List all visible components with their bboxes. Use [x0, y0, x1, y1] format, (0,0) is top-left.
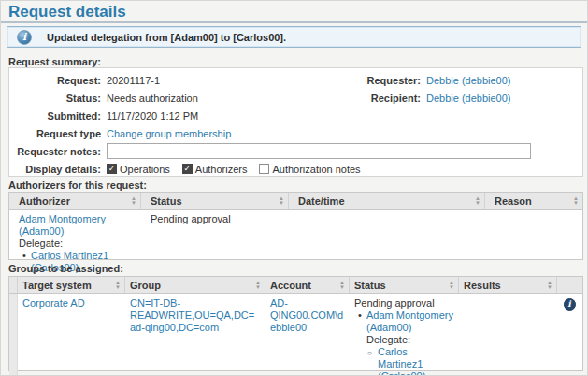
status-cell: Pending approval	[141, 210, 289, 277]
request-value: 20201117-1	[107, 75, 351, 86]
column-header-label: Account	[270, 280, 311, 291]
request-summary-heading: Request summary:	[8, 56, 101, 67]
group-table-row: Corporate AD CN=IT-DB-READWRITE,OU=QA,DC…	[9, 294, 582, 376]
submitted-value: 11/17/2020 1:12 PM	[107, 110, 351, 122]
checkbox-box[interactable]	[182, 164, 193, 174]
column-header-reason[interactable]: Reason	[485, 193, 582, 209]
info-icon: i	[17, 30, 32, 45]
column-header-account[interactable]: Account	[265, 277, 350, 293]
column-header-status[interactable]: Status	[141, 193, 289, 209]
authorization-notes-checkbox[interactable]: Authorization notes	[259, 164, 360, 175]
page-title: Request details	[8, 3, 126, 22]
column-header-label: Authorizer	[19, 195, 70, 207]
operations-checkbox[interactable]: Operations	[107, 164, 170, 175]
groups-table: Target system Group Account Status Resul…	[8, 276, 583, 371]
sort-icon[interactable]	[276, 196, 284, 205]
sort-icon[interactable]	[472, 196, 480, 205]
status-cell: Pending approval Adam Montgomery (Adam00…	[350, 294, 459, 376]
authorizer-list-item: Adam Montgomery (Adam00) Delegate: Carlo…	[354, 310, 453, 376]
display-details-label: Display details:	[9, 164, 107, 175]
authorizers-heading: Authorizers for this request:	[8, 180, 147, 191]
group-cell: CN=IT-DB-READWRITE,OU=QA,DC=ad-qing00,DC…	[125, 294, 265, 376]
groups-heading: Groups to be assigned:	[8, 263, 123, 274]
column-header-label: Target system	[22, 280, 92, 291]
sort-icon[interactable]	[252, 281, 261, 289]
submitted-label: Submitted:	[9, 110, 107, 122]
title-divider	[1, 21, 588, 23]
column-header-authorizer[interactable]: Authorizer	[9, 193, 141, 209]
delegate-list-item: Carlos Martinez1 (Carlos00)	[366, 346, 453, 376]
row-info-cell: i	[557, 294, 582, 376]
column-header-label: Group	[130, 280, 161, 291]
row-spacer-cell	[9, 294, 18, 376]
banner-message: Updated delegation from [Adam00] to [Car…	[47, 32, 286, 43]
checkbox-box[interactable]	[107, 164, 117, 174]
column-header-datetime[interactable]: Date/time	[289, 193, 485, 209]
checkbox-box[interactable]	[259, 164, 269, 174]
groups-table-header: Target system Group Account Status Resul…	[9, 277, 582, 294]
header-info-cell	[557, 277, 582, 293]
operations-checkbox-label: Operations	[120, 164, 170, 175]
requester-notes-input[interactable]	[107, 143, 531, 159]
delegate-label: Delegate:	[366, 334, 453, 346]
request-summary-box: Request: 20201117-1 Requester: Debbie (d…	[8, 67, 583, 177]
datetime-cell	[289, 210, 485, 277]
status-value: Needs authorization	[107, 93, 351, 104]
header-spacer-cell	[9, 277, 18, 293]
authorizer-link[interactable]: Adam Montgomery (Adam00)	[19, 213, 106, 237]
request-type-label: Request type	[9, 128, 107, 139]
request-details-page: Request details i Updated delegation fro…	[0, 0, 588, 376]
account-cell: AD-QING00.COM\debbie00	[265, 294, 350, 376]
recipient-link[interactable]: Debbie (debbie00)	[426, 93, 582, 104]
account-link[interactable]: AD-QING00.COM\debbie00	[270, 297, 343, 333]
column-header-label: Results	[464, 280, 501, 291]
authorizers-checkbox-label: Authorizers	[195, 164, 248, 175]
authorizers-checkbox[interactable]: Authorizers	[182, 164, 248, 175]
sort-icon[interactable]	[112, 281, 121, 289]
column-header-group[interactable]: Group	[125, 277, 265, 293]
info-banner: i Updated delegation from [Adam00] to [C…	[7, 26, 581, 48]
column-header-results[interactable]: Results	[459, 277, 557, 293]
authorizers-table-header: Authorizer Status Date/time Reason	[9, 193, 582, 210]
requester-label: Requester:	[351, 75, 426, 86]
info-icon[interactable]: i	[564, 298, 576, 311]
results-cell	[459, 294, 557, 376]
column-header-status[interactable]: Status	[350, 277, 459, 293]
column-header-label: Reason	[495, 195, 532, 207]
authorizers-table: Authorizer Status Date/time Reason Adam …	[8, 192, 583, 260]
status-text: Pending approval	[354, 297, 453, 310]
request-label: Request:	[9, 75, 107, 86]
request-type-link[interactable]: Change group membership	[107, 128, 351, 139]
reason-cell	[485, 210, 582, 277]
recipient-label: Recipient:	[351, 93, 426, 104]
delegate-label: Delegate:	[19, 238, 136, 250]
status-label: Status:	[9, 93, 107, 104]
sort-icon[interactable]	[128, 196, 136, 205]
requester-link[interactable]: Debbie (debbie00)	[426, 75, 582, 86]
group-dn-link[interactable]: CN=IT-DB-READWRITE,OU=QA,DC=ad-qing00,DC…	[130, 297, 254, 333]
sort-icon[interactable]	[337, 281, 345, 289]
requester-notes-label: Requester notes:	[9, 146, 107, 157]
delegate-link[interactable]: Carlos Martinez1 (Carlos00)	[378, 346, 425, 376]
authorizer-link[interactable]: Adam Montgomery (Adam00)	[366, 310, 453, 333]
column-header-target-system[interactable]: Target system	[18, 277, 125, 293]
column-header-label: Status	[151, 195, 182, 207]
column-header-label: Date/time	[298, 195, 345, 207]
sort-icon[interactable]	[446, 281, 454, 289]
column-header-label: Status	[354, 280, 386, 291]
display-details-options: Operations Authorizers Authorization not…	[107, 164, 361, 175]
target-system-cell: Corporate AD	[18, 294, 125, 376]
sort-icon[interactable]	[570, 196, 579, 205]
authorization-notes-checkbox-label: Authorization notes	[272, 164, 360, 175]
sort-icon[interactable]	[544, 281, 552, 289]
target-system-link[interactable]: Corporate AD	[22, 297, 85, 309]
